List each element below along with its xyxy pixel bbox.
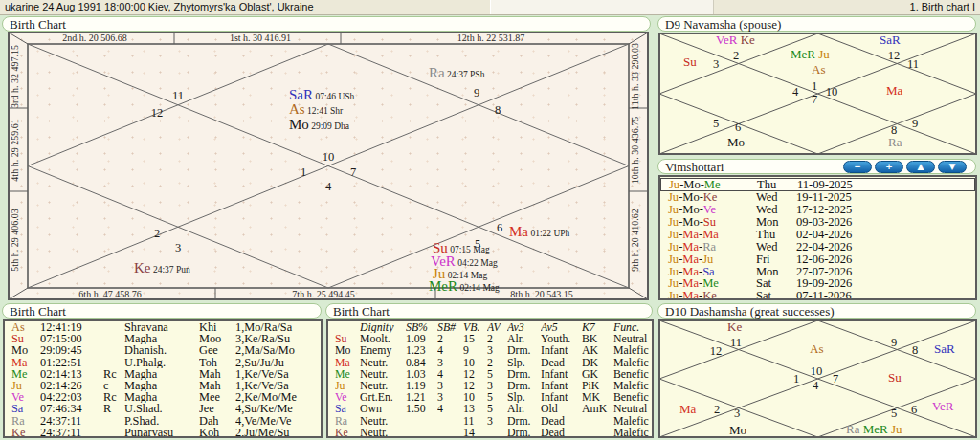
house-number-10: 10 <box>811 364 823 378</box>
house-number-1: 1 <box>812 79 817 93</box>
planet-abbr: Ra <box>335 415 360 427</box>
planet-SaR: SaR 07:46 USh <box>289 87 355 102</box>
dasha-lord-Ma: Ma <box>682 289 699 300</box>
cell-dignity: Neutr. <box>360 357 406 368</box>
col-header-av3: Av3 <box>507 321 541 333</box>
edge-label-top-0: 2nd h. 20 506.68 <box>62 33 127 43</box>
cell-func: Benefic <box>613 391 654 403</box>
dasha-lord-Ma: Ma <box>682 265 699 278</box>
cell-sb: 4 <box>437 403 463 414</box>
planet-Ke: Ke 24:37 Pun <box>134 260 190 275</box>
zoom-out-button[interactable]: − <box>843 161 872 173</box>
house-number-1: 1 <box>793 372 799 385</box>
planet-group: SaR <box>934 341 955 356</box>
cell-av5: Youth. <box>541 333 582 344</box>
position-row-Me: Me02:14:13RcMaghaMah1,Ke/Ve/Sa <box>5 368 321 380</box>
dasha-row-Ju-Mo-Ve[interactable]: Ju-Mo-VeWed17-12-2025 <box>660 204 975 216</box>
cell-vb: 10 <box>463 357 487 368</box>
cell-vb: 12 <box>463 380 487 391</box>
dasha-lord-Ma: Ma <box>702 228 719 241</box>
dasha-row-Ju-Ma-Ju[interactable]: Ju-Ma-JuFri12-06-2026 <box>660 253 975 265</box>
scroll-up-button[interactable]: ▲ <box>906 161 935 173</box>
house-number-3: 3 <box>734 407 740 420</box>
cell-av5: Old <box>541 403 582 414</box>
strength-panel: Birth Chart DignitySB%SB#VB.AVAv3Av5K7Fu… <box>325 303 655 439</box>
dasha-row-Ju-Mo-Me[interactable]: Ju-Mo-MeThu11-09-2025 <box>660 178 975 191</box>
edge-label-top-1: 1st h. 30 416.91 <box>230 33 291 43</box>
cell-dignity: Neutr. <box>360 380 406 391</box>
planet-MeR: MeR 02:14 Mag <box>429 278 500 294</box>
position-row-Mo: Mo29:09:45Dhanish.Gee2,Ma/Sa/Mo <box>5 344 321 356</box>
planet-abbr-Mo: Mo <box>289 117 309 132</box>
dasha-row-Ju-Ma-Ra[interactable]: Ju-Ma-RaWed22-04-2026 <box>660 241 975 253</box>
zoom-in-button[interactable]: + <box>875 161 903 173</box>
dasha-row-Ju-Ma-Sa[interactable]: Ju-Ma-SaMon27-07-2026 <box>660 265 975 277</box>
scroll-down-button[interactable]: ▼ <box>938 161 967 173</box>
dasha-combo: Ju-Mo-Su <box>668 216 756 229</box>
d10-diagram: 111298101742356 KeAsSaRSuMaVeRMoRa MeR J… <box>658 319 977 438</box>
motion-flag <box>103 333 124 344</box>
dasha-row-Ju-Mo-Su[interactable]: Ju-Mo-SuMon09-03-2026 <box>660 216 975 229</box>
dasha-combo: Ju-Mo-Ke <box>668 191 756 204</box>
house-number-3: 3 <box>175 241 181 254</box>
strength-title: Birth Chart <box>333 304 390 319</box>
birth-chart-title: Birth Chart <box>10 17 66 32</box>
planet-abbr: Mo <box>335 344 360 356</box>
syllable: Toh <box>199 357 235 368</box>
house-number-4: 4 <box>325 180 332 193</box>
house-number-12: 12 <box>710 344 723 358</box>
dasha-lord-Ke: Ke <box>703 190 718 204</box>
longitude: 04:22:03 <box>40 391 103 403</box>
dasha-row-Ju-Ma-Ma[interactable]: Ju-Ma-MaThu02-04-2026 <box>660 229 975 241</box>
dasha-lord-Su: Su <box>703 215 716 229</box>
cell-av: 3 <box>487 344 507 356</box>
longitude: 07:46:34 <box>40 403 103 414</box>
vimshottari-list: Ju-Mo-MeThu11-09-2025Ju-Mo-KeWed19-11-20… <box>658 175 977 300</box>
planet-MeR: MeR <box>859 422 888 436</box>
planet-group: Ma <box>679 402 697 416</box>
dasha-lord-Mo: Mo <box>682 215 699 229</box>
col-header-k7: K7 <box>582 321 613 333</box>
birth-chart-header: Birth Chart <box>2 16 651 32</box>
cell-sb: 3 <box>437 391 463 403</box>
dasha-lord-Ke: Ke <box>702 289 717 300</box>
cell-av3: Drm. <box>507 380 541 391</box>
dasha-row-Ju-Mo-Ke[interactable]: Ju-Mo-KeWed19-11-2025 <box>660 191 975 204</box>
planet-As: As <box>810 341 823 356</box>
house-number-7: 7 <box>350 165 356 179</box>
dasha-row-Ju-Ma-Ke[interactable]: Ju-Ma-KeSat07-11-2026 <box>660 290 975 300</box>
planet-As: As <box>812 62 825 77</box>
cell-av: 2 <box>487 333 507 344</box>
planet-As: As 12:41 Shr <box>289 101 344 117</box>
cell-func: Benefic <box>613 368 654 380</box>
positions-title: Birth Chart <box>10 304 66 319</box>
edge-label-bottom-1: 7th h. 25 494.45 <box>292 289 354 299</box>
planet-abbr-Ra: Ra <box>429 65 445 80</box>
cell-av3: Drm. <box>507 415 541 427</box>
col-header-av: AV <box>487 321 507 333</box>
motion-flag <box>103 357 124 368</box>
dasha-lord-Ju: Ju <box>668 228 679 241</box>
cell-av <box>487 427 507 438</box>
dasha-lord-Ju: Ju <box>669 178 679 191</box>
col-header-vb: VB. <box>463 321 487 333</box>
cell-vb: 11 <box>463 415 487 427</box>
dasha-lord-Me: Me <box>702 276 719 290</box>
cell-k7: DK <box>582 357 613 368</box>
position-row-Sa: Sa07:46:34RU.Shad.Jee4,Su/Ke/Me <box>5 403 321 414</box>
cell-func: Malefic <box>613 344 654 356</box>
cell-dignity: Neutr. <box>360 368 406 380</box>
planet-Ju: Ju <box>888 422 902 436</box>
dasha-row-Ju-Ma-Me[interactable]: Ju-Ma-MeSat19-09-2026 <box>660 277 975 290</box>
house-number-9: 9 <box>912 117 918 130</box>
cell-dignity: Grt.En. <box>360 391 406 403</box>
planet-group: Ra <box>888 135 902 149</box>
planet-abbr: Ma <box>335 357 360 368</box>
dasha-lord-Mo: Mo <box>683 178 700 191</box>
dasha-lord-Ju: Ju <box>668 276 679 290</box>
dasha-combo: Ju-Ma-Ma <box>668 229 756 241</box>
cell-func: Neutral <box>613 333 654 344</box>
lords: 2,Ju/Me/Su <box>235 427 321 438</box>
planet-Mo: Mo 29:09 Dha <box>289 117 350 132</box>
dasha-date: 12-06-2026 <box>796 253 975 266</box>
